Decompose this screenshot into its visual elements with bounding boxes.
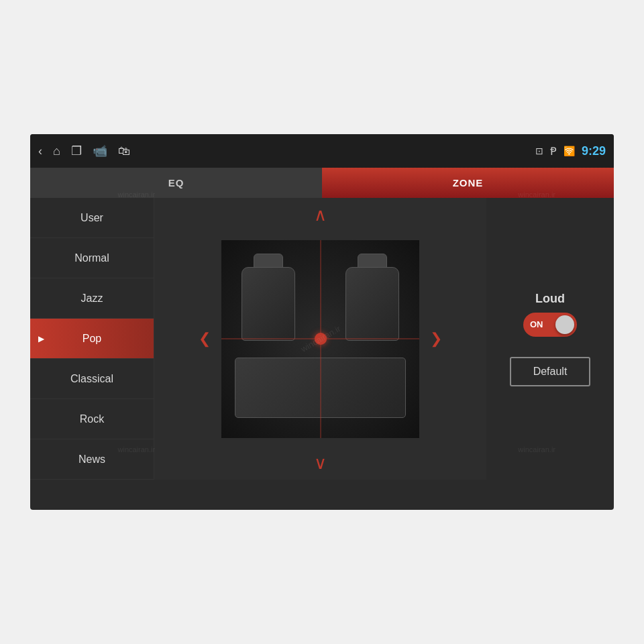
bag-icon[interactable]: 🛍 — [118, 144, 130, 158]
sidebar-item-pop[interactable]: ▶ Pop — [30, 319, 154, 359]
car-interior: wincairan.ir — [221, 240, 419, 438]
top-bar-right: ⊡ Ᵽ 🛜 9:29 — [535, 144, 606, 158]
front-seat-left — [241, 267, 295, 341]
wifi-icon: 🛜 — [564, 146, 575, 156]
rock-label: Rock — [80, 413, 104, 425]
tab-zone[interactable]: ZONE — [322, 168, 614, 198]
window-icon[interactable]: ❐ — [71, 144, 82, 158]
time-display: 9:29 — [582, 144, 606, 158]
sidebar-item-news[interactable]: News — [30, 439, 154, 480]
zone-down-arrow[interactable]: ∨ — [306, 451, 335, 474]
loud-label: Loud — [535, 292, 565, 306]
top-bar: ‹ ⌂ ❐ 📹 🛍 ⊡ Ᵽ 🛜 9:29 — [30, 134, 614, 168]
cast-icon: ⊡ — [535, 146, 543, 156]
crosshair-dot — [315, 333, 327, 345]
zone-up-arrow[interactable]: ∧ — [306, 203, 335, 226]
front-seat-right — [345, 267, 399, 341]
tab-bar: EQ ZONE — [30, 168, 614, 198]
device-frame: ‹ ⌂ ❐ 📹 🛍 ⊡ Ᵽ 🛜 9:29 EQ ZONE — [0, 0, 644, 644]
jazz-label: Jazz — [81, 292, 103, 305]
pop-label: Pop — [83, 333, 101, 345]
classical-label: Classical — [70, 373, 113, 385]
headrest-left — [254, 254, 283, 268]
camera-icon[interactable]: 📹 — [93, 144, 107, 158]
sidebar-item-user[interactable]: User — [30, 198, 154, 238]
tab-eq[interactable]: EQ — [30, 168, 322, 198]
zone-left-arrow[interactable]: ❮ — [195, 330, 215, 347]
top-bar-left: ‹ ⌂ ❐ 📹 🛍 — [38, 144, 525, 158]
toggle-knob — [555, 315, 574, 334]
sidebar-item-rock[interactable]: Rock — [30, 399, 154, 439]
default-button[interactable]: Default — [510, 357, 590, 386]
play-icon: ▶ — [38, 334, 44, 343]
sidebar-item-normal[interactable]: Normal — [30, 238, 154, 278]
toggle-on-label: ON — [530, 319, 543, 329]
zone-right-arrow[interactable]: ❯ — [426, 330, 446, 347]
back-icon[interactable]: ‹ — [38, 144, 42, 158]
main-content: User Normal Jazz ▶ Pop Classical Rock — [30, 198, 614, 480]
loud-section: Loud ON — [523, 292, 577, 337]
sidebar-item-jazz[interactable]: Jazz — [30, 278, 154, 319]
bluetooth-icon: Ᵽ — [550, 145, 557, 158]
headrest-right — [358, 254, 387, 268]
screen: ‹ ⌂ ❐ 📹 🛍 ⊡ Ᵽ 🛜 9:29 EQ ZONE — [30, 134, 614, 510]
news-label: News — [78, 453, 105, 466]
home-icon[interactable]: ⌂ — [53, 144, 60, 158]
user-label: User — [80, 212, 103, 224]
right-panel: Loud ON Default — [486, 198, 614, 480]
sidebar-item-classical[interactable]: Classical — [30, 359, 154, 399]
zone-area: ∧ ❮ — [154, 198, 486, 480]
loud-toggle[interactable]: ON — [523, 313, 577, 337]
zone-middle: ❮ — [154, 226, 486, 451]
sidebar: User Normal Jazz ▶ Pop Classical Rock — [30, 198, 154, 480]
normal-label: Normal — [74, 252, 109, 264]
zone-seat-map[interactable]: wincairan.ir — [221, 240, 419, 438]
